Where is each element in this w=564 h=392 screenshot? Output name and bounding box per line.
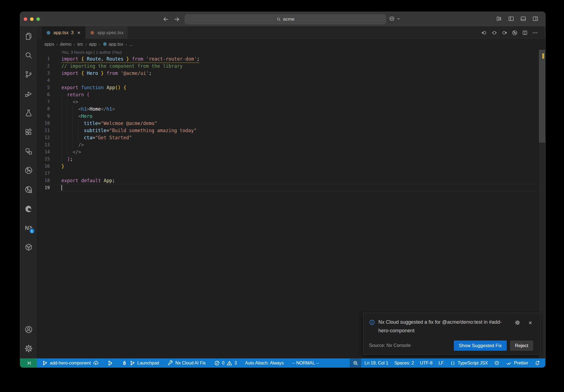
activity-testing[interactable] bbox=[20, 106, 37, 119]
activity-project-structure[interactable] bbox=[20, 145, 37, 158]
eol-item[interactable]: LF bbox=[436, 358, 446, 368]
close-tab-icon[interactable]: × bbox=[76, 30, 82, 36]
status-label: Nx Cloud AI Fix bbox=[175, 361, 206, 366]
code-line-5[interactable]: 5export function App() { bbox=[37, 84, 545, 91]
code-line-14[interactable]: 14</> bbox=[37, 148, 545, 156]
show-suggested-fix-button[interactable]: Show Suggested Fix bbox=[454, 341, 507, 351]
customize-layout-icon[interactable] bbox=[496, 15, 502, 22]
breadcrumb-item-[interactable]: ... bbox=[129, 42, 133, 47]
command-center-search[interactable]: acme bbox=[185, 14, 386, 24]
code-line-7[interactable]: 7<> bbox=[37, 98, 545, 105]
overview-ruler-warning-marker bbox=[542, 53, 544, 59]
breadcrumb-item-apptsx[interactable]: app.tsx bbox=[102, 42, 123, 47]
code-editor[interactable]: You, 3 hours ago | 1 author (You) 1impor… bbox=[37, 49, 545, 358]
copilot-item[interactable] bbox=[491, 358, 503, 368]
code-line-11[interactable]: 11subtitle="Build something amazing toda… bbox=[37, 127, 545, 134]
tab-app-spec-tsx[interactable]: app.spec.tsx bbox=[85, 26, 127, 39]
toggle-primary-sidebar-icon[interactable] bbox=[508, 15, 514, 22]
code-token: h1 bbox=[107, 106, 112, 112]
breadcrumb-item-demo[interactable]: demo bbox=[60, 42, 71, 47]
activity-package[interactable] bbox=[20, 241, 37, 254]
activity-settings-gear[interactable] bbox=[20, 342, 37, 355]
remote-icon bbox=[26, 360, 32, 366]
code-line-8[interactable]: 8<h1>Home</h1> bbox=[37, 105, 545, 113]
activity-source-control[interactable] bbox=[20, 68, 37, 81]
breadcrumb-item-src[interactable]: src bbox=[77, 42, 83, 47]
activity-run-debug[interactable] bbox=[20, 87, 37, 100]
minimize-button[interactable] bbox=[30, 17, 34, 21]
indentation-item[interactable]: Spaces: 2 bbox=[392, 358, 417, 368]
title-bar: acme bbox=[20, 12, 545, 26]
scrollbar-thumb[interactable] bbox=[539, 50, 545, 143]
language-item[interactable]: {}TypeScript JSX bbox=[447, 358, 490, 368]
cloud-upload-icon bbox=[93, 360, 99, 366]
encoding-item[interactable]: UTF-8 bbox=[417, 358, 435, 368]
prettier-item[interactable]: Prettier bbox=[503, 358, 531, 368]
zoom-item[interactable] bbox=[350, 358, 361, 368]
auto-attach-item[interactable]: Auto Attach: Always bbox=[242, 358, 287, 368]
code-token: Route bbox=[87, 56, 101, 62]
code-line-16[interactable]: 16} bbox=[37, 163, 545, 170]
status-label: Prettier bbox=[514, 361, 528, 366]
code-line-9[interactable]: 9<Hero bbox=[37, 113, 545, 120]
activity-search[interactable] bbox=[20, 49, 37, 62]
history-back-icon[interactable] bbox=[481, 30, 487, 36]
cursor-position-item[interactable]: Ln 19, Col 1 bbox=[362, 358, 391, 368]
code-line-4[interactable]: 4 bbox=[37, 77, 545, 84]
notifications-item[interactable] bbox=[532, 358, 543, 368]
breadcrumb-item-app[interactable]: app bbox=[89, 42, 97, 47]
reject-button[interactable]: Reject bbox=[510, 341, 533, 351]
close-button[interactable] bbox=[24, 17, 27, 21]
tab-app-tsx[interactable]: app.tsx 3 × bbox=[42, 26, 85, 39]
breadcrumb-item-apps[interactable]: apps bbox=[44, 42, 54, 47]
code-token: = bbox=[92, 135, 95, 140]
notification-close-icon[interactable]: × bbox=[528, 319, 532, 326]
code-line-18[interactable]: 18export default App; bbox=[37, 177, 545, 184]
line-number: 2 bbox=[37, 62, 50, 70]
code-token: } bbox=[98, 70, 104, 76]
launchpad-item[interactable]: Launchpad bbox=[119, 358, 162, 368]
split-editor-icon[interactable] bbox=[522, 30, 528, 36]
toggle-panel-icon[interactable] bbox=[520, 15, 527, 22]
status-label: -- NORMAL -- bbox=[292, 361, 319, 366]
nx-cloud-fix-item[interactable]: Nx Cloud AI Fix bbox=[165, 358, 208, 368]
accounts-icon bbox=[24, 325, 33, 334]
line-number: 1 bbox=[37, 55, 50, 62]
copilot-menu[interactable] bbox=[389, 15, 401, 22]
code-line-1[interactable]: 1import { Route, Routes } from 'react-ro… bbox=[37, 55, 545, 62]
zoom-button[interactable] bbox=[36, 17, 40, 21]
activity-graph-search[interactable] bbox=[20, 183, 37, 196]
breadcrumb-label: demo bbox=[60, 42, 71, 47]
code-line-2[interactable]: 2// importing the component from the lib… bbox=[37, 62, 545, 70]
vim-mode-item[interactable]: -- NORMAL -- bbox=[289, 358, 322, 368]
code-line-19[interactable]: 19 bbox=[37, 184, 545, 191]
toggle-secondary-sidebar-icon[interactable] bbox=[532, 15, 539, 22]
code-line-6[interactable]: 6return ( bbox=[37, 91, 545, 98]
code-line-3[interactable]: 3import { Hero } from '@acme/ui'; bbox=[37, 70, 545, 77]
nav-forward-icon[interactable] bbox=[173, 16, 180, 23]
code-line-15[interactable]: 15); bbox=[37, 156, 545, 163]
activity-explorer[interactable] bbox=[20, 30, 37, 43]
graph-circle-icon[interactable] bbox=[512, 30, 518, 36]
code-line-17[interactable]: 17 bbox=[37, 170, 545, 177]
nav-back-icon[interactable] bbox=[162, 16, 169, 23]
commit-graph-item[interactable] bbox=[104, 358, 116, 368]
problems-item[interactable]: 03 bbox=[211, 358, 240, 368]
git-branch-item[interactable]: add-hero-component bbox=[39, 358, 102, 368]
activity-edge-browser[interactable] bbox=[20, 202, 37, 216]
code-token: // importing the component from the libr… bbox=[61, 63, 183, 69]
code-token: () bbox=[115, 85, 121, 90]
notification-settings-gear-icon[interactable] bbox=[514, 320, 520, 326]
activity-extensions[interactable] bbox=[20, 126, 37, 139]
activity-accounts[interactable] bbox=[20, 323, 37, 336]
code-line-13[interactable]: 13/> bbox=[37, 141, 545, 148]
remote-indicator[interactable] bbox=[20, 358, 37, 368]
run-debug-icon bbox=[24, 89, 33, 98]
more-actions-icon[interactable] bbox=[532, 30, 538, 36]
activity-graph-circle[interactable] bbox=[20, 164, 37, 177]
history-forward-icon[interactable] bbox=[501, 30, 508, 36]
code-line-10[interactable]: 10title="Welcmoe @acme/demo" bbox=[37, 120, 545, 127]
activity-nx-console[interactable]: N1 bbox=[20, 221, 37, 235]
code-line-12[interactable]: 12cta="Get Started" bbox=[37, 134, 545, 141]
history-center-icon[interactable] bbox=[491, 30, 497, 36]
